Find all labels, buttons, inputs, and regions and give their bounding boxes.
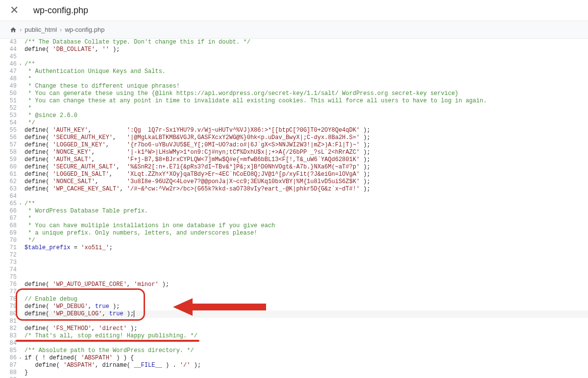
line-number: 75 [5,274,17,281]
line-number: 65 [5,200,17,208]
code-line[interactable]: * You can have multiple installations in… [24,222,588,230]
code-line[interactable]: */ [24,119,588,127]
code-line[interactable]: define( 'NONCE_SALT', '3u8I8e-96UZQ<4Lov… [24,178,588,186]
line-number: 51 [5,97,17,105]
code-line[interactable]: define( 'ABSPATH', dirname( __FILE__ ) .… [24,362,588,369]
line-number: 49 [5,83,17,90]
code-line[interactable]: * Authentication Unique Keys and Salts. [24,68,588,75]
line-number: 48 [5,75,17,83]
code-line[interactable]: /** The Database Collate type. Don't cha… [24,39,588,46]
line-number: 74 [5,266,17,274]
line-number: 78 [5,296,17,303]
code-line[interactable]: * a unique prefix. Only numbers, letters… [24,230,588,237]
line-number: 76 [5,281,17,288]
code-line[interactable]: define( 'WP_CACHE_KEY_SALT', '/#~&^cw:^V… [24,186,588,193]
line-number: 57 [5,142,17,149]
line-number: 72 [5,252,17,259]
line-number: 47 [5,68,17,75]
code-content[interactable]: /** The Database Collate type. Don't cha… [19,39,588,378]
code-line[interactable]: $table_prefix = 'xo51i_'; [24,244,588,252]
code-line[interactable]: /** Absolute path to the WordPress direc… [24,347,588,354]
home-icon[interactable] [10,26,17,33]
line-number: 77 [5,288,17,296]
line-number: 52 [5,105,17,112]
breadcrumb-sep: › [20,26,22,33]
code-line[interactable] [24,53,588,61]
code-line[interactable]: /** [24,61,588,68]
code-line[interactable]: define( 'NONCE_KEY', '|-k1^W>|LHsWMy>1*o… [24,149,588,156]
line-number: 80 [5,310,17,318]
code-line[interactable]: } [24,369,588,377]
line-number: 58 [5,149,17,156]
breadcrumb-item-public-html[interactable]: public_html [24,26,57,33]
code-line[interactable]: define( 'SECURE_AUTH_SALT', '%&SnR2[:n+.… [24,164,588,171]
line-number: 64 [5,193,17,200]
code-line[interactable]: define( 'DB_COLLATE', '' ); [24,46,588,53]
code-line[interactable]: */ [24,237,588,244]
line-number: 62 [5,178,17,186]
line-number: 55 [5,127,17,134]
code-line[interactable]: /* That's all, stop editing! Happy publi… [24,332,588,340]
line-number: 70 [5,237,17,244]
line-number: 53 [5,112,17,119]
code-line[interactable] [24,288,588,296]
line-number: 60 [5,164,17,171]
line-number: 54 [5,119,17,127]
header: ✕ wp-config.php [0,0,588,21]
code-line[interactable] [24,274,588,281]
line-number: 59 [5,156,17,164]
line-number: 81 [5,318,17,325]
line-number: 86 [5,354,17,362]
code-line[interactable]: define( 'LOGGED_IN_KEY', '{r7bo6-uYBuVJU… [24,142,588,149]
code-line[interactable]: * You can generate these using the {@lin… [24,90,588,97]
code-line[interactable] [24,318,588,325]
breadcrumb-item-file: wp-config.php [65,26,104,33]
line-number: 88 [5,369,17,377]
code-line[interactable] [24,193,588,200]
code-line[interactable]: define( 'AUTH_KEY', ':Qg lQ7r-SxiYHU?9.v… [24,127,588,134]
code-line[interactable]: * [24,215,588,222]
line-number: 67 [5,215,17,222]
line-number: 50 [5,90,17,97]
code-line[interactable]: define( 'WP_AUTO_UPDATE_CORE', 'minor' )… [24,281,588,288]
breadcrumb-sep: › [60,26,62,33]
code-line[interactable]: define( 'AUTH_SALT', 'F+j-B7,$8+BJrxCYPL… [24,156,588,164]
line-number: 69 [5,230,17,237]
line-number: 66 [5,208,17,215]
file-title: wp-config.php [33,5,88,16]
code-line[interactable]: if ( ! defined( 'ABSPATH' ) ) { [24,354,588,362]
code-line[interactable] [24,259,588,266]
line-number: 83 [5,332,17,340]
line-number: 43 [5,39,17,46]
line-number: 82 [5,325,17,332]
code-line[interactable] [24,252,588,259]
line-number: 61 [5,171,17,178]
code-editor[interactable]: 4344454647484950515253545556575859606162… [0,39,588,378]
line-number: 44 [5,46,17,53]
code-line[interactable]: * WordPress Database Table prefix. [24,208,588,215]
code-line[interactable]: * [24,105,588,112]
code-line[interactable]: define( 'FS_METHOD', 'direct' ); [24,325,588,332]
code-line[interactable] [24,340,588,347]
line-number-gutter: 4344454647484950515253545556575859606162… [0,39,19,378]
line-number: 56 [5,134,17,142]
code-line[interactable]: // Enable debug [24,296,588,303]
line-number: 87 [5,362,17,369]
code-line[interactable]: * You can change these at any point in t… [24,97,588,105]
line-number: 45 [5,53,17,61]
close-icon[interactable]: ✕ [10,5,19,16]
line-number: 79 [5,303,17,310]
code-line[interactable]: /** [24,200,588,208]
breadcrumb: › public_html › wp-config.php [0,21,588,39]
code-line[interactable]: define( 'WP_DEBUG_LOG', true ); [24,310,588,318]
line-number: 84 [5,340,17,347]
code-line[interactable]: * Change these to different unique phras… [24,83,588,90]
code-line[interactable]: * @since 2.6.0 [24,112,588,119]
code-line[interactable]: define( 'WP_DEBUG', true ); [24,303,588,310]
code-line[interactable]: define( 'SECURE_AUTH_KEY', '|@MgLkaLBTKM… [24,134,588,142]
line-number: 68 [5,222,17,230]
code-line[interactable]: * [24,75,588,83]
line-number: 73 [5,259,17,266]
code-line[interactable] [24,266,588,274]
code-line[interactable]: define( 'LOGGED_IN_SALT', 'XLqt.ZZhxY*XO… [24,171,588,178]
